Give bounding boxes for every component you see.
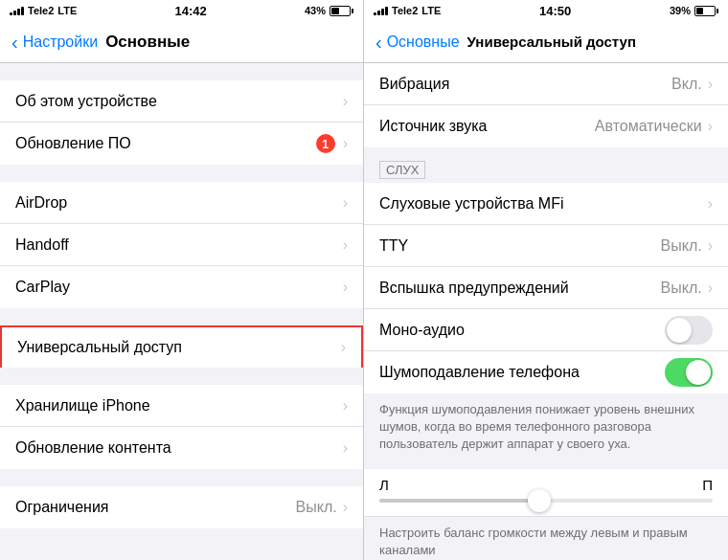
noise-description: Функция шумоподавления понижает уровень … (364, 393, 728, 461)
right-panel: Tele2 LTE 14:50 39% ‹ Основные Универсал… (364, 0, 728, 560)
left-back-button[interactable]: ‹ Настройки (11, 33, 98, 52)
chevron-icon: › (343, 397, 348, 414)
signal-icon (10, 6, 24, 15)
left-section-1: Об этом устройстве › Обновление ПО 1 › (0, 63, 363, 165)
cell-about[interactable]: Об этом устройстве › (0, 80, 363, 123)
cell-update[interactable]: Обновление ПО 1 › (0, 123, 363, 165)
cell-mfi-label: Слуховые устройства MFi (379, 195, 708, 213)
right-network-label: LTE (421, 5, 441, 16)
cell-handoff[interactable]: Handoff › (0, 224, 363, 266)
slider-right-label: П (702, 477, 713, 493)
back-arrow-icon: ‹ (11, 33, 18, 52)
right-back-label: Основные (387, 34, 460, 51)
right-carrier-label: Tele2 (392, 5, 418, 16)
battery-pct-label: 43% (305, 5, 326, 16)
cell-handoff-label: Handoff (15, 236, 343, 254)
right-hearing-section: Слуховые устройства MFi › TTY Выкл. › Вс… (364, 183, 728, 393)
cell-flash-label: Вспышка предупреждений (379, 280, 661, 297)
cell-sound-source[interactable]: Источник звука Автоматически › (364, 105, 728, 147)
chevron-icon: › (341, 339, 346, 356)
chevron-icon: › (343, 236, 348, 254)
toggle-knob (667, 318, 692, 343)
cell-carplay-label: CarPlay (15, 279, 343, 296)
cell-content-update-label: Обновление контента (15, 439, 343, 457)
slider-left-label: Л (379, 477, 389, 493)
slider-fill (379, 499, 539, 503)
right-section-header-area: СЛУХ (364, 157, 728, 183)
cell-noise-label: Шумоподавление телефона (379, 364, 665, 381)
chevron-icon: › (708, 118, 713, 135)
slider-track[interactable] (379, 499, 713, 503)
left-section-5: Ограничения Выкл. › (0, 469, 363, 528)
cell-carplay[interactable]: CarPlay › (0, 266, 363, 308)
right-back-button[interactable]: ‹ Основные (375, 33, 460, 52)
chevron-icon: › (708, 237, 713, 255)
chevron-icon: › (343, 499, 348, 516)
spacer (364, 147, 728, 157)
chevron-icon: › (343, 439, 348, 457)
right-time-label: 14:50 (539, 4, 571, 18)
cell-mfi[interactable]: Слуховые устройства MFi › (364, 183, 728, 225)
right-nav-title: Универсальный доступ (467, 34, 636, 50)
cell-restrictions[interactable]: Ограничения Выкл. › (0, 486, 363, 528)
chevron-icon: › (343, 135, 348, 152)
cell-tty-value: Выкл. (661, 237, 702, 255)
chevron-icon: › (343, 194, 348, 212)
cell-mono-label: Моно-аудио (379, 322, 665, 339)
cell-flash[interactable]: Вспышка предупреждений Выкл. › (364, 267, 728, 309)
cell-content-update[interactable]: Обновление контента › (0, 427, 363, 469)
right-battery-pct: 39% (670, 5, 691, 16)
signal-icon (374, 6, 388, 15)
balance-slider-row: Л П (364, 469, 728, 517)
update-badge: 1 (316, 134, 335, 153)
left-status-left: Tele2 LTE (10, 5, 77, 16)
left-section-4: Хранилище iPhone › Обновление контента › (0, 368, 363, 469)
battery-icon (330, 6, 353, 16)
cell-airdrop[interactable]: AirDrop › (0, 182, 363, 224)
cell-flash-value: Выкл. (661, 280, 702, 297)
cell-accessibility[interactable]: Универсальный доступ › (0, 325, 363, 368)
cell-airdrop-label: AirDrop (15, 194, 343, 212)
mono-toggle[interactable] (665, 316, 713, 345)
spacer (0, 368, 363, 385)
right-nav-bar: ‹ Основные Универсальный доступ (364, 21, 728, 63)
cell-vibration[interactable]: Вибрация Вкл. › (364, 63, 728, 105)
left-status-right: 43% (305, 5, 353, 16)
carrier-label: Tele2 (28, 5, 54, 16)
spacer (0, 63, 363, 80)
left-settings-list: Об этом устройстве › Обновление ПО 1 › A… (0, 63, 363, 560)
left-nav-title: Основные (105, 33, 190, 52)
cell-tty[interactable]: TTY Выкл. › (364, 225, 728, 267)
left-section-3: Универсальный доступ › (0, 308, 363, 368)
right-status-left: Tele2 LTE (374, 5, 441, 16)
cell-vibration-label: Вибрация (379, 76, 671, 93)
spacer (0, 165, 363, 182)
chevron-icon: › (343, 93, 348, 110)
chevron-icon: › (708, 195, 713, 213)
right-settings-list: Вибрация Вкл. › Источник звука Автоматич… (364, 63, 728, 560)
left-nav-bar: ‹ Настройки Основные (0, 21, 363, 63)
chevron-icon: › (708, 76, 713, 93)
right-battery-icon (694, 6, 718, 16)
left-section-2: AirDrop › Handoff › CarPlay › (0, 165, 363, 308)
cell-update-label: Обновление ПО (15, 135, 316, 152)
left-back-label: Настройки (23, 34, 98, 51)
noise-toggle[interactable] (665, 358, 713, 387)
slider-labels: Л П (379, 477, 713, 493)
spacer (364, 461, 728, 469)
cell-noise[interactable]: Шумоподавление телефона (364, 351, 728, 393)
slider-thumb[interactable] (528, 489, 551, 512)
cell-sound-source-value: Автоматически (595, 118, 702, 135)
cell-mono[interactable]: Моно-аудио (364, 309, 728, 351)
left-panel: Tele2 LTE 14:42 43% ‹ Настройки Основные (0, 0, 364, 560)
right-status-right: 39% (670, 5, 718, 16)
cell-vibration-value: Вкл. (671, 76, 702, 93)
slider-description: Настроить баланс громкости между левым и… (364, 517, 728, 560)
cell-tty-label: TTY (379, 237, 661, 255)
cell-sound-source-label: Источник звука (379, 118, 595, 135)
chevron-icon: › (708, 280, 713, 297)
cell-about-label: Об этом устройстве (15, 93, 343, 110)
cell-storage[interactable]: Хранилище iPhone › (0, 385, 363, 427)
cell-restrictions-label: Ограничения (15, 499, 296, 516)
section-header-sluh: СЛУХ (379, 161, 425, 179)
